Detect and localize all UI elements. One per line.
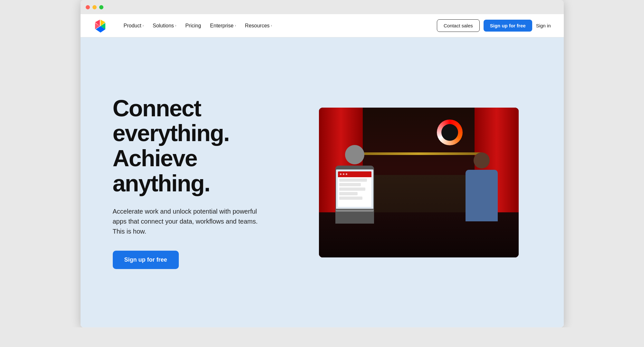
nav-item-resources[interactable]: Resources › [241,20,276,31]
ring-outer [437,120,463,145]
hero-text: Connect everything. Achieve anything. Ac… [113,96,300,269]
navbar: Product › Solutions › Pricing [81,14,564,37]
chevron-icon: › [143,24,144,27]
ring-inner [441,124,458,141]
browser-window: Product › Solutions › Pricing [81,0,564,327]
person-2-head [474,152,490,169]
nav-link-product[interactable]: Product › [120,20,148,31]
signup-nav-button[interactable]: Sign up for free [484,20,532,32]
page-content: Product › Solutions › Pricing [81,14,564,327]
person-2-body [466,170,498,221]
person-2 [461,152,503,257]
hero-image [319,108,519,257]
nav-right: Contact sales Sign up for free Sign in [437,19,551,32]
maximize-button[interactable] [99,5,103,9]
dot-2 [343,173,344,175]
laptop [335,169,374,212]
floating-ring-logo [437,120,463,145]
hero-image-placeholder [319,108,519,257]
title-bar [81,0,564,14]
nav-left: Product › Solutions › Pricing [93,19,276,33]
logo-icon[interactable] [93,19,107,33]
laptop-row-2 [339,183,361,186]
minimize-button[interactable] [92,5,97,9]
hero-section: Connect everything. Achieve anything. Ac… [81,37,564,327]
laptop-screen-content [338,171,371,207]
nav-link-resources[interactable]: Resources › [241,20,276,31]
nav-link-solutions[interactable]: Solutions › [149,20,180,31]
hero-title: Connect everything. Achieve anything. [113,96,300,196]
contact-sales-button[interactable]: Contact sales [437,19,480,32]
laptop-row-5 [339,197,362,200]
person-1 [329,145,380,257]
hero-subtitle: Accelerate work and unlock potential wit… [113,207,261,236]
nav-item-product[interactable]: Product › [120,20,148,31]
person-1-head [345,145,364,164]
signin-button[interactable]: Sign in [536,23,551,28]
dot-3 [346,173,347,175]
chevron-icon: › [271,24,272,27]
nav-link-enterprise[interactable]: Enterprise › [206,20,240,31]
chevron-icon: › [235,24,236,27]
dot-1 [340,173,341,175]
laptop-base [335,209,374,212]
close-button[interactable] [86,5,90,9]
laptop-row-1 [339,178,367,182]
laptop-header [338,171,371,177]
nav-item-solutions[interactable]: Solutions › [149,20,180,31]
nav-item-pricing[interactable]: Pricing [181,20,205,31]
laptop-row-3 [339,188,366,191]
signup-hero-button[interactable]: Sign up for free [113,251,179,269]
nav-links: Product › Solutions › Pricing [120,20,276,31]
nav-link-pricing[interactable]: Pricing [181,20,205,31]
laptop-rows [338,177,371,202]
laptop-screen [335,169,374,209]
chevron-icon: › [175,24,176,27]
laptop-row-4 [339,192,358,195]
theater-scene [319,108,519,257]
nav-item-enterprise[interactable]: Enterprise › [206,20,240,31]
person-1-body [335,166,374,224]
